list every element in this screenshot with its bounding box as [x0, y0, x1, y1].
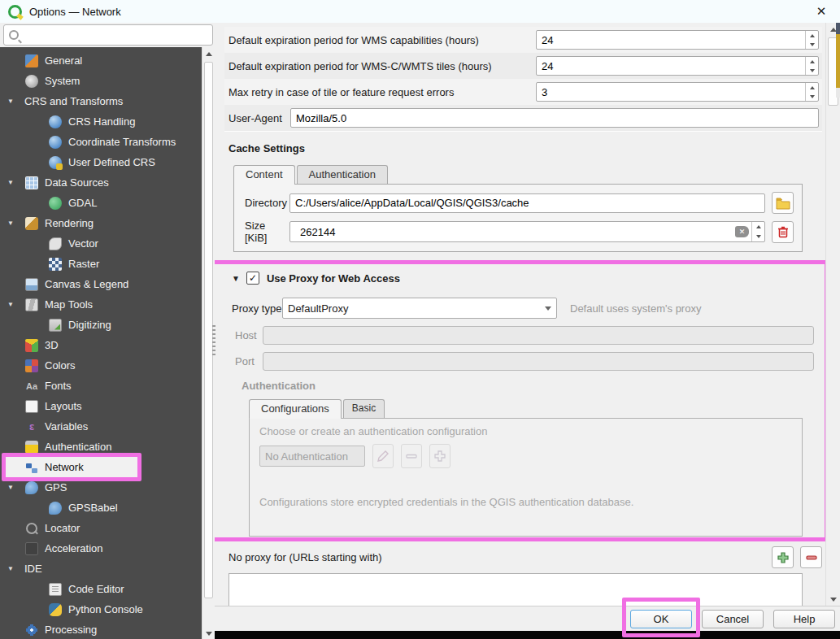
- scroll-down-icon[interactable]: [826, 593, 840, 606]
- help-button[interactable]: Help: [773, 610, 835, 628]
- close-icon[interactable]: ✕: [811, 4, 832, 19]
- sidebar-item-variables[interactable]: ε Variables: [0, 416, 202, 437]
- expand-arrow-icon[interactable]: ▼: [7, 179, 14, 186]
- sidebar-item-user-defined-crs[interactable]: User Defined CRS: [0, 152, 202, 172]
- main-scrollbar[interactable]: [825, 23, 840, 606]
- remove-auth-button[interactable]: [401, 444, 422, 468]
- proxy-type-note: Default uses system's proxy: [570, 302, 701, 315]
- sidebar-item-crs-handling[interactable]: CRS Handling: [0, 111, 202, 132]
- user-agent-label: User-Agent: [228, 112, 290, 124]
- sidebar-item-rendering[interactable]: ▼ Rendering: [0, 213, 202, 233]
- cache-size-spinbox[interactable]: ✕: [289, 221, 765, 242]
- cache-content-pane: Directory Size [KiB] ✕: [233, 184, 803, 252]
- search-box[interactable]: [3, 24, 213, 46]
- browse-folder-button[interactable]: [772, 192, 794, 214]
- 3d-icon: [25, 339, 38, 352]
- spin-up-icon[interactable]: [752, 222, 764, 232]
- wmts-tiles-value[interactable]: [537, 57, 805, 75]
- scroll-down-icon[interactable]: [202, 627, 215, 639]
- sidebar-item-3d[interactable]: 3D: [0, 335, 202, 355]
- user-agent-input[interactable]: [290, 108, 819, 128]
- add-url-button[interactable]: [772, 546, 794, 568]
- tab-content[interactable]: Content: [233, 165, 295, 184]
- host-input[interactable]: [263, 326, 814, 345]
- proxy-type-select[interactable]: DefaultProxy: [282, 298, 557, 319]
- cancel-button[interactable]: Cancel: [702, 610, 764, 628]
- sidebar-item-system[interactable]: System: [0, 71, 202, 91]
- sidebar-item-locator[interactable]: Locator: [0, 518, 202, 538]
- vector-icon: [49, 237, 62, 250]
- layouts-icon: [25, 400, 38, 413]
- sidebar-item-raster[interactable]: Raster: [0, 254, 202, 274]
- max-retry-spinbox[interactable]: [536, 82, 819, 102]
- edit-auth-button[interactable]: [372, 444, 394, 468]
- sidebar-item-layouts[interactable]: Layouts: [0, 396, 202, 416]
- collapse-arrow-icon[interactable]: ▼: [232, 274, 240, 283]
- clear-icon[interactable]: ✕: [735, 226, 749, 237]
- auth-config-select[interactable]: No Authentication: [259, 446, 365, 467]
- cache-directory-input[interactable]: [289, 193, 765, 213]
- sidebar-item-data-sources[interactable]: ▼ Data Sources: [0, 172, 202, 193]
- sidebar-item-colors[interactable]: Colors: [0, 355, 202, 376]
- sidebar-item-acceleration[interactable]: Acceleration: [0, 538, 202, 559]
- sidebar-item-map-tools[interactable]: ▼ Map Tools: [0, 294, 202, 315]
- sidebar-item-vector[interactable]: Vector: [0, 233, 202, 254]
- cache-size-value[interactable]: [295, 226, 735, 238]
- sidebar-item-canvas-legend[interactable]: Canvas & Legend: [0, 274, 202, 294]
- sidebar-item-python-console[interactable]: Python Console: [0, 599, 202, 619]
- wmts-tiles-row: Default expiration period for WMS-C/WMTS…: [224, 53, 822, 79]
- add-auth-button[interactable]: [429, 444, 450, 468]
- remove-url-button[interactable]: [800, 546, 822, 568]
- spin-up-icon[interactable]: [806, 83, 818, 92]
- sidebar-item-ide[interactable]: ▼ IDE: [0, 559, 202, 579]
- spin-down-icon[interactable]: [806, 92, 818, 101]
- panel-splitter-handle[interactable]: [212, 325, 215, 358]
- wms-capabilities-value[interactable]: [537, 31, 805, 49]
- spin-up-icon[interactable]: [806, 57, 818, 66]
- size-label: Size [KiB]: [245, 220, 289, 244]
- sidebar-item-coordinate-transforms[interactable]: Coordinate Transforms: [0, 132, 202, 152]
- sidebar-item-gdal[interactable]: GDAL: [0, 193, 202, 213]
- spin-up-icon[interactable]: [806, 31, 818, 40]
- clear-cache-button[interactable]: [772, 221, 794, 243]
- scroll-up-icon[interactable]: [202, 47, 215, 60]
- sidebar-item-digitizing[interactable]: Digitizing: [0, 315, 202, 335]
- wmts-tiles-spinbox[interactable]: [536, 56, 819, 76]
- plus-icon: [777, 551, 790, 564]
- port-input[interactable]: [263, 352, 814, 371]
- expand-arrow-icon[interactable]: ▼: [7, 565, 14, 572]
- tab-basic[interactable]: Basic: [343, 399, 385, 418]
- sidebar-item-gpsbabel[interactable]: GPSBabel: [0, 498, 202, 518]
- sidebar-item-processing[interactable]: Processing: [0, 619, 202, 639]
- expand-arrow-icon[interactable]: ▼: [7, 484, 14, 491]
- table-icon: [25, 176, 38, 189]
- spin-down-icon[interactable]: [806, 40, 818, 49]
- proxy-section: ▼ ✓ Use Proxy for Web Access Proxy type …: [224, 260, 822, 537]
- qgis-logo-icon: [8, 5, 22, 19]
- ok-button[interactable]: OK: [630, 610, 692, 628]
- max-retry-label: Max retry in case of tile or feature req…: [228, 86, 536, 98]
- no-proxy-url-list[interactable]: [228, 573, 803, 606]
- spin-down-icon[interactable]: [752, 232, 764, 241]
- sidebar-item-code-editor[interactable]: Code Editor: [0, 579, 202, 599]
- sidebar-item-general[interactable]: General: [0, 50, 202, 71]
- canvas-icon: [25, 278, 38, 291]
- spin-down-icon[interactable]: [806, 66, 818, 75]
- code-icon: [49, 583, 62, 596]
- proxy-type-label: Proxy type: [232, 302, 282, 315]
- minus-icon: [805, 551, 818, 564]
- sidebar-item-network[interactable]: Network: [0, 457, 202, 477]
- expand-arrow-icon[interactable]: ▼: [7, 98, 14, 105]
- expand-arrow-icon[interactable]: ▼: [7, 220, 14, 227]
- expand-arrow-icon[interactable]: ▼: [7, 301, 14, 308]
- no-proxy-label: No proxy for (URLs starting with): [228, 551, 382, 563]
- wms-capabilities-spinbox[interactable]: [536, 30, 819, 50]
- sidebar-item-crs-and-transforms[interactable]: ▼ CRS and Transforms: [0, 91, 202, 111]
- use-proxy-checkbox[interactable]: ✓: [246, 272, 259, 285]
- tab-authentication[interactable]: Authentication: [297, 165, 388, 184]
- max-retry-value[interactable]: [537, 83, 805, 101]
- wms-capabilities-row: Default expiration period for WMS capabi…: [224, 27, 822, 53]
- tab-configurations[interactable]: Configurations: [249, 399, 342, 418]
- sidebar-item-fonts[interactable]: Aa Fonts: [0, 376, 202, 396]
- search-input[interactable]: [24, 29, 207, 41]
